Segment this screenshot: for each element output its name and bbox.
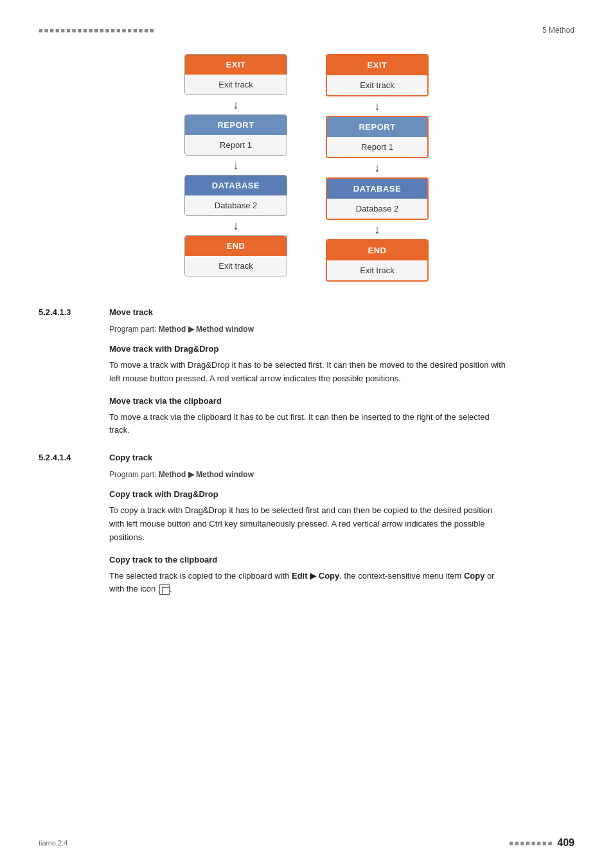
body-copy-clipboard: The selected track is copied to the clip…: [109, 570, 508, 597]
footer-page-dots: ■■■■■■■■: [509, 839, 553, 847]
report-body-right: Report 1: [327, 137, 427, 157]
section-5-2-4-1-4-number: 5.2.4.1.4: [39, 453, 90, 462]
section-5-2-4-1-4-title: Copy track: [109, 453, 152, 462]
exit-body-left: Exit track: [185, 75, 287, 95]
arrow-1-right: ↓: [375, 96, 380, 116]
arrow-2-left: ↓: [233, 156, 239, 175]
sub-heading-copy-clipboard: Copy track to the clipboard: [109, 555, 574, 565]
report-header-left: REPORT: [185, 115, 287, 135]
footer-page-number: 409: [557, 837, 574, 849]
exit-header-right: EXIT: [327, 55, 427, 75]
section-5-2-4-1-3-heading: 5.2.4.1.3 Move track: [39, 307, 574, 317]
sub-heading-move-dnd: Move track with Drag&Drop: [109, 344, 574, 354]
section-5-2-4-1-3-title: Move track: [109, 307, 153, 317]
copy-icon: [159, 584, 170, 595]
section-5-2-4-1-4-heading: 5.2.4.1.4 Copy track: [39, 453, 574, 462]
footer-page: ■■■■■■■■ 409: [509, 837, 574, 849]
arrow-3-left: ↓: [233, 216, 239, 235]
header-dots: ■■■■■■■■■■■■■■■■■■■■■: [39, 26, 155, 34]
program-part-5-2-4-1-3: Program part: Method ▶ Method window: [109, 325, 574, 334]
header-section: 5 Method: [542, 26, 574, 35]
body-move-dnd: To move a track with Drag&Drop it has to…: [109, 359, 508, 386]
page: ■■■■■■■■■■■■■■■■■■■■■ 5 Method EXIT Exit…: [0, 0, 613, 641]
body-move-clipboard: To move a track via the clipboard it has…: [109, 411, 508, 438]
database-header-right: DATABASE: [327, 179, 427, 199]
section-5-2-4-1-3-number: 5.2.4.1.3: [39, 307, 90, 317]
report-body-left: Report 1: [185, 135, 287, 155]
database-body-left: Database 2: [185, 195, 287, 215]
sub-heading-copy-dnd: Copy track with Drag&Drop: [109, 489, 574, 499]
flow-block-end-left: END Exit track: [184, 235, 287, 276]
flow-column-right: EXIT Exit track ↓ REPORT Report 1 ↓ DATA…: [326, 54, 429, 282]
database-header-left: DATABASE: [185, 176, 287, 195]
diagram-container: EXIT Exit track ↓ REPORT Report 1 ↓ DATA…: [39, 54, 574, 282]
flow-block-database-right: DATABASE Database 2: [326, 177, 429, 220]
arrow-1-left: ↓: [233, 95, 239, 114]
exit-header-left: EXIT: [185, 55, 287, 75]
end-body-left: Exit track: [185, 256, 287, 276]
report-header-right: REPORT: [327, 117, 427, 137]
body-copy-dnd: To copy a track with Drag&Drop it has to…: [109, 504, 508, 544]
flow-block-report-left: REPORT Report 1: [184, 114, 287, 156]
flow-block-database-left: DATABASE Database 2: [184, 175, 287, 216]
flow-block-end-right: END Exit track: [326, 239, 429, 282]
flow-block-report-right: REPORT Report 1: [326, 116, 429, 158]
end-header-right: END: [327, 240, 427, 260]
exit-body-right: Exit track: [327, 75, 427, 95]
flow-block-exit-left: EXIT Exit track: [184, 54, 287, 95]
footer-app-name: tiamo 2.4: [39, 839, 67, 847]
flow-column-left: EXIT Exit track ↓ REPORT Report 1 ↓ DATA…: [184, 54, 287, 282]
sub-heading-move-clipboard: Move track via the clipboard: [109, 396, 574, 406]
end-header-left: END: [185, 236, 287, 256]
database-body-right: Database 2: [327, 199, 427, 219]
arrow-2-right: ↓: [375, 158, 380, 177]
arrow-3-right: ↓: [375, 220, 380, 239]
header: ■■■■■■■■■■■■■■■■■■■■■ 5 Method: [39, 26, 574, 35]
end-body-right: Exit track: [327, 260, 427, 280]
flow-block-exit-right: EXIT Exit track: [326, 54, 429, 96]
footer: tiamo 2.4 ■■■■■■■■ 409: [39, 837, 574, 849]
program-part-5-2-4-1-4: Program part: Method ▶ Method window: [109, 470, 574, 479]
